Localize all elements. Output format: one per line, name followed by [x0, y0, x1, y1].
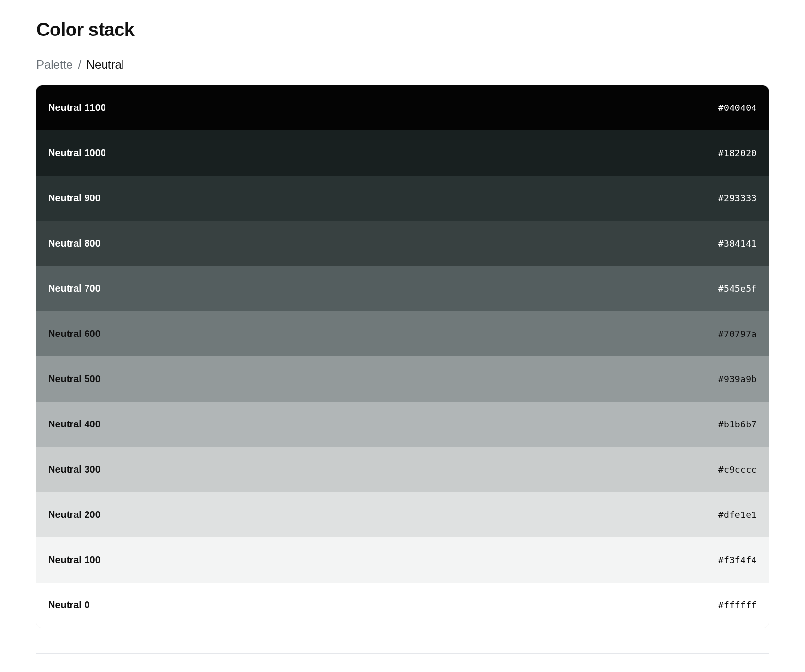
swatch-name: Neutral 800 [48, 238, 101, 249]
divider [36, 653, 769, 654]
swatch-name: Neutral 1100 [48, 102, 106, 113]
color-stack: Neutral 1100#040404Neutral 1000#182020Ne… [36, 85, 769, 628]
swatch-name: Neutral 300 [48, 464, 101, 475]
color-swatch[interactable]: Neutral 700#545e5f [36, 266, 769, 311]
swatch-name: Neutral 0 [48, 600, 90, 611]
swatch-name: Neutral 400 [48, 419, 101, 430]
swatch-name: Neutral 1000 [48, 147, 106, 159]
swatch-hex: #f3f4f4 [718, 555, 757, 565]
swatch-hex: #939a9b [718, 374, 757, 384]
swatch-name: Neutral 100 [48, 554, 101, 566]
breadcrumb: Palette / Neutral [36, 58, 769, 71]
swatch-hex: #545e5f [718, 283, 757, 294]
swatch-hex: #dfe1e1 [718, 510, 757, 520]
swatch-hex: #c9cccc [718, 464, 757, 475]
swatch-name: Neutral 600 [48, 328, 101, 339]
swatch-name: Neutral 200 [48, 509, 101, 520]
color-swatch[interactable]: Neutral 500#939a9b [36, 356, 769, 402]
swatch-hex: #182020 [718, 148, 757, 158]
color-swatch[interactable]: Neutral 1000#182020 [36, 130, 769, 176]
color-swatch[interactable]: Neutral 400#b1b6b7 [36, 402, 769, 447]
swatch-name: Neutral 700 [48, 283, 101, 294]
swatch-hex: #293333 [718, 193, 757, 203]
swatch-name: Neutral 900 [48, 193, 101, 204]
swatch-hex: #040404 [718, 103, 757, 113]
color-swatch[interactable]: Neutral 900#293333 [36, 176, 769, 221]
color-swatch[interactable]: Neutral 0#ffffff [36, 583, 769, 628]
color-swatch[interactable]: Neutral 100#f3f4f4 [36, 537, 769, 583]
color-swatch[interactable]: Neutral 200#dfe1e1 [36, 492, 769, 537]
swatch-hex: #70797a [718, 329, 757, 339]
swatch-name: Neutral 500 [48, 373, 101, 385]
color-swatch[interactable]: Neutral 600#70797a [36, 311, 769, 356]
swatch-hex: #384141 [718, 238, 757, 248]
breadcrumb-current: Neutral [87, 58, 124, 71]
swatch-hex: #b1b6b7 [718, 419, 757, 429]
color-swatch[interactable]: Neutral 300#c9cccc [36, 447, 769, 492]
color-swatch[interactable]: Neutral 1100#040404 [36, 85, 769, 130]
swatch-hex: #ffffff [718, 600, 757, 610]
breadcrumb-parent[interactable]: Palette [36, 58, 73, 71]
page-title: Color stack [36, 19, 769, 40]
color-swatch[interactable]: Neutral 800#384141 [36, 221, 769, 266]
breadcrumb-separator: / [78, 58, 81, 71]
